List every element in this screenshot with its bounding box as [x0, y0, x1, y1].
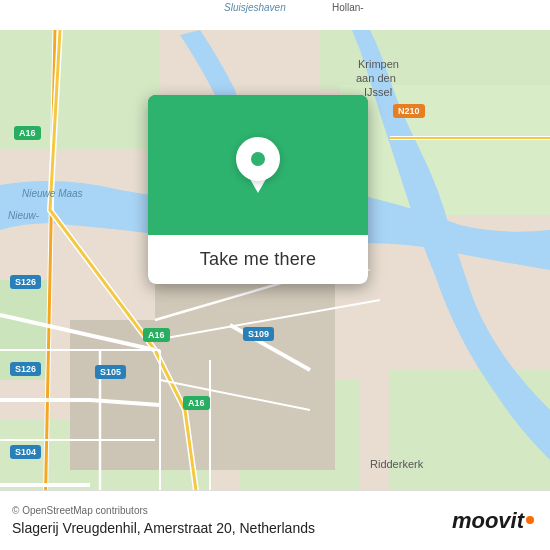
badge-n210: N210: [393, 104, 425, 118]
label-krimpen: Krimpen: [358, 58, 399, 70]
svg-rect-2: [320, 30, 550, 90]
label-nieuwe-maas: Nieuwe Maas: [22, 188, 83, 199]
location-name: Slagerij Vreugdenhil, Amerstraat 20, Net…: [12, 520, 315, 536]
badge-a16-top: A16: [14, 126, 41, 140]
label-aan-den: aan den: [356, 72, 396, 84]
moovit-logo-dot: [526, 516, 534, 524]
moovit-logo-text: moovit: [452, 508, 524, 534]
card-map-section: [148, 95, 368, 235]
take-me-there-button[interactable]: Take me there: [200, 249, 316, 270]
bottom-bar: © OpenStreetMap contributors Slagerij Vr…: [0, 490, 550, 550]
bottom-left: © OpenStreetMap contributors Slagerij Vr…: [12, 505, 315, 536]
location-pin: [236, 137, 280, 193]
badge-s126-bot: S126: [10, 362, 41, 376]
label-sluisjeshaven: Sluisjeshaven: [224, 2, 286, 13]
moovit-logo: moovit: [452, 508, 534, 534]
badge-s105: S105: [95, 365, 126, 379]
label-hollan: Hollan-: [332, 2, 364, 13]
badge-s104: S104: [10, 445, 41, 459]
card-button-section[interactable]: Take me there: [148, 235, 368, 284]
svg-rect-3: [340, 85, 550, 215]
badge-a16-mid: A16: [143, 328, 170, 342]
badge-s126-top: S126: [10, 275, 41, 289]
location-card: Take me there: [148, 95, 368, 284]
badge-s109: S109: [243, 327, 274, 341]
osm-attribution: © OpenStreetMap contributors: [12, 505, 315, 516]
label-ijssel: IJssel: [364, 86, 392, 98]
label-ridderkerk: Ridderkerk: [370, 458, 423, 470]
badge-a16-bot: A16: [183, 396, 210, 410]
label-nieuw: Nieuw-: [8, 210, 39, 221]
map-container: A16 A16 A16 S126 S126 S105 S109 S104 N21…: [0, 0, 550, 550]
